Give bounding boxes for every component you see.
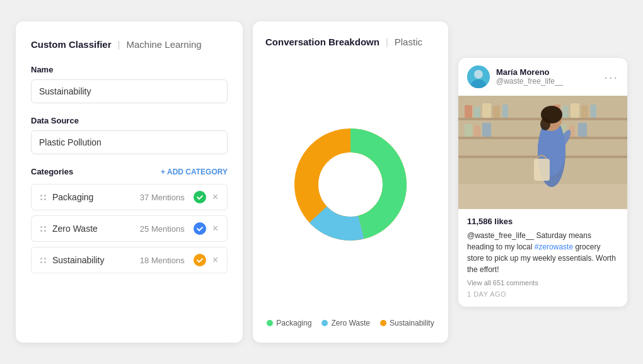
legend-dot-sustainability xyxy=(380,320,386,326)
categories-label: Categories xyxy=(31,167,73,176)
conversation-breakdown-panel: Conversation Breakdown | Plastic Packagi… xyxy=(253,21,448,343)
remove-packaging-button[interactable]: × xyxy=(211,192,219,202)
datasource-input[interactable] xyxy=(31,130,228,154)
social-post-card: María Moreno @waste_free_life__ ··· xyxy=(458,58,627,307)
remove-zerowaste-button[interactable]: × xyxy=(211,224,219,234)
user-name: María Moreno xyxy=(496,67,598,77)
add-category-button[interactable]: + ADD CATEGORY xyxy=(161,168,228,176)
panel-subtitle: Machine Learning xyxy=(126,39,201,50)
chart-header: Conversation Breakdown | Plastic xyxy=(265,37,436,47)
svg-point-1 xyxy=(474,70,483,79)
svg-rect-15 xyxy=(581,105,588,118)
category-name-zerowaste: Zero Waste xyxy=(52,224,135,234)
svg-rect-8 xyxy=(474,107,480,118)
legend-item-zerowaste: Zero Waste xyxy=(322,319,370,327)
name-input[interactable] xyxy=(31,79,228,103)
mention-count-zerowaste: 25 Mentions xyxy=(140,224,185,234)
legend-dot-zerowaste xyxy=(322,320,328,326)
post-image xyxy=(458,96,627,209)
svg-rect-17 xyxy=(465,124,472,137)
chart-title: Conversation Breakdown xyxy=(265,37,379,47)
user-handle: @waste_free_life__ xyxy=(496,77,598,86)
name-label: Name xyxy=(31,65,228,74)
avatar-image xyxy=(467,65,490,88)
social-header: María Moreno @waste_free_life__ ··· xyxy=(458,58,627,96)
svg-rect-7 xyxy=(465,105,472,118)
legend-label-zerowaste: Zero Waste xyxy=(331,319,370,327)
panel-header-divider: | xyxy=(118,39,120,50)
category-row-sustainability: Sustainability 18 Mentions × xyxy=(31,247,228,273)
donut-chart xyxy=(287,122,414,247)
svg-rect-9 xyxy=(482,103,491,118)
svg-rect-14 xyxy=(571,103,579,118)
chart-legend: Packaging Zero Waste Sustainability xyxy=(265,319,436,327)
panel-header: Custom Classifier | Machine Learning xyxy=(31,39,228,50)
donut-center xyxy=(319,153,382,216)
check-icon-sustainability[interactable] xyxy=(194,254,206,266)
svg-rect-11 xyxy=(502,105,508,118)
social-content: 11,586 likes @waste_free_life__ Saturday… xyxy=(458,209,627,307)
check-icon-packaging[interactable] xyxy=(194,191,206,203)
post-hashtag[interactable]: #zerowaste xyxy=(535,242,573,251)
legend-item-sustainability: Sustainability xyxy=(380,319,434,327)
store-shelves-svg xyxy=(458,96,627,209)
drag-handle-icon[interactable] xyxy=(39,225,47,233)
svg-rect-13 xyxy=(562,106,569,118)
chart-subtitle: Plastic xyxy=(395,37,422,47)
categories-header: Categories + ADD CATEGORY xyxy=(31,167,228,176)
drag-handle-icon[interactable] xyxy=(39,193,47,202)
svg-rect-10 xyxy=(493,106,500,118)
svg-rect-22 xyxy=(578,123,587,137)
legend-label-packaging: Packaging xyxy=(276,319,311,327)
panel-title: Custom Classifier xyxy=(31,39,112,50)
legend-dot-packaging xyxy=(267,320,273,326)
legend-label-sustainability: Sustainability xyxy=(390,319,434,327)
category-name-packaging: Packaging xyxy=(52,192,135,202)
svg-rect-18 xyxy=(474,125,480,137)
svg-rect-30 xyxy=(534,159,550,181)
category-row-zerowaste: Zero Waste 25 Mentions × xyxy=(31,215,228,242)
svg-rect-23 xyxy=(458,184,627,209)
drag-handle-icon[interactable] xyxy=(39,256,47,264)
mention-count-packaging: 37 Mentions xyxy=(140,193,185,202)
likes-count: 11,586 likes xyxy=(467,217,618,226)
user-info: María Moreno @waste_free_life__ xyxy=(496,67,598,86)
legend-item-packaging: Packaging xyxy=(267,319,311,327)
post-text: @waste_free_life__ Saturday means headin… xyxy=(467,230,618,275)
more-options-button[interactable]: ··· xyxy=(604,71,618,83)
check-icon-zerowaste[interactable] xyxy=(194,222,206,235)
mention-count-sustainability: 18 Mentions xyxy=(140,256,185,265)
remove-sustainability-button[interactable]: × xyxy=(211,255,219,265)
category-name-sustainability: Sustainability xyxy=(52,255,135,265)
svg-rect-16 xyxy=(591,105,596,118)
post-time: 1 DAY AGO xyxy=(467,290,506,298)
view-comments-link[interactable]: View all 651 comments xyxy=(467,279,618,287)
category-row-packaging: Packaging 37 Mentions × xyxy=(31,184,228,210)
datasource-label: Data Source xyxy=(31,116,228,125)
custom-classifier-panel: Custom Classifier | Machine Learning Nam… xyxy=(16,21,243,343)
svg-point-28 xyxy=(540,118,550,130)
svg-rect-19 xyxy=(482,123,491,137)
avatar xyxy=(467,65,490,88)
donut-chart-container xyxy=(265,60,436,309)
chart-divider: | xyxy=(386,37,388,47)
